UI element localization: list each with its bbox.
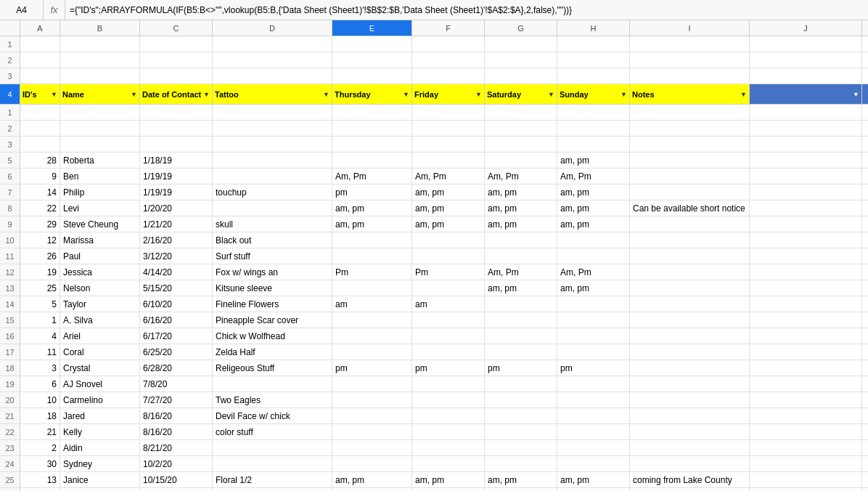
cell-A12[interactable]: 19	[20, 264, 60, 280]
cell-K12[interactable]	[862, 264, 868, 280]
cell-A10[interactable]: 12	[20, 232, 60, 248]
col-header-c[interactable]: C	[140, 20, 213, 36]
cell-E18[interactable]: pm	[332, 360, 412, 376]
cell-d1[interactable]	[213, 36, 332, 52]
cell-F2[interactable]	[412, 121, 485, 136]
cell-G14[interactable]	[485, 296, 557, 312]
cell-A1[interactable]	[20, 105, 60, 120]
cell-D24[interactable]	[213, 456, 332, 471]
cell-B18[interactable]: Crystal	[60, 360, 140, 376]
cell-C16[interactable]: 6/17/20	[140, 328, 213, 344]
cell-I2[interactable]	[630, 121, 750, 136]
cell-f1[interactable]	[412, 36, 485, 52]
cell-A6[interactable]: 9	[20, 169, 60, 184]
cell-e2[interactable]	[332, 52, 412, 68]
cell-F23[interactable]	[412, 440, 485, 455]
cell-B5[interactable]: Roberta	[60, 153, 140, 168]
filter-btn-id[interactable]: ▼	[51, 91, 57, 98]
col-header-k[interactable]: K	[862, 20, 868, 36]
cell-J13[interactable]	[750, 280, 862, 296]
cell-h3[interactable]	[557, 68, 630, 84]
cell-F20[interactable]	[412, 392, 485, 407]
cell-B22[interactable]: Kelly	[60, 424, 140, 439]
cell-B11[interactable]: Paul	[60, 248, 140, 264]
cell-E5[interactable]	[332, 153, 412, 168]
cell-H24[interactable]	[557, 456, 630, 471]
cell-H3[interactable]	[557, 137, 630, 152]
cell-C2[interactable]	[140, 121, 213, 136]
cell-D3[interactable]	[213, 137, 332, 152]
cell-E7[interactable]: pm	[332, 184, 412, 200]
cell-B21[interactable]: Jared	[60, 408, 140, 423]
cell-G17[interactable]	[485, 344, 557, 360]
cell-E16[interactable]	[332, 328, 412, 344]
cell-C13[interactable]: 5/15/20	[140, 280, 213, 296]
cell-K6[interactable]	[862, 169, 868, 184]
cell-I3[interactable]	[630, 137, 750, 152]
cell-A3[interactable]	[20, 137, 60, 152]
cell-I5[interactable]	[630, 153, 750, 168]
cell-B25[interactable]: Janice	[60, 472, 140, 487]
cell-B19[interactable]: AJ Snovel	[60, 376, 140, 391]
cell-J24[interactable]	[750, 456, 862, 471]
cell-C20[interactable]: 7/27/20	[140, 392, 213, 407]
cell-J11[interactable]	[750, 248, 862, 264]
cell-F7[interactable]: am, pm	[412, 184, 485, 200]
header-cell-k[interactable]: ▼	[862, 84, 868, 104]
cell-B16[interactable]: Ariel	[60, 328, 140, 344]
cell-E9[interactable]: am, pm	[332, 216, 412, 232]
cell-B14[interactable]: Taylor	[60, 296, 140, 312]
cell-I20[interactable]	[630, 392, 750, 407]
cell-C18[interactable]: 6/28/20	[140, 360, 213, 376]
cell-J23[interactable]	[750, 440, 862, 455]
cell-C9[interactable]: 1/21/20	[140, 216, 213, 232]
cell-E13[interactable]	[332, 280, 412, 296]
cell-D19[interactable]	[213, 376, 332, 391]
col-header-a[interactable]: A	[20, 20, 60, 36]
cell-H20[interactable]	[557, 392, 630, 407]
header-cell-sunday[interactable]: Sunday ▼	[557, 84, 630, 104]
cell-k2[interactable]	[862, 52, 868, 68]
cell-F22[interactable]	[412, 424, 485, 439]
cell-J9[interactable]	[750, 216, 862, 232]
cell-D18[interactable]: Religeous Stuff	[213, 360, 332, 376]
cell-G15[interactable]	[485, 312, 557, 328]
cell-I16[interactable]	[630, 328, 750, 344]
header-cell-j[interactable]: ▼	[750, 84, 862, 104]
cell-E24[interactable]	[332, 456, 412, 471]
cell-F9[interactable]: am, pm	[412, 216, 485, 232]
cell-K19[interactable]	[862, 376, 868, 391]
cell-I23[interactable]	[630, 440, 750, 455]
cell-J21[interactable]	[750, 408, 862, 423]
cell-G13[interactable]: am, pm	[485, 280, 557, 296]
cell-d2[interactable]	[213, 52, 332, 68]
cell-I18[interactable]	[630, 360, 750, 376]
cell-H2[interactable]	[557, 121, 630, 136]
filter-btn-sunday[interactable]: ▼	[621, 91, 627, 98]
cell-g3[interactable]	[485, 68, 557, 84]
cell-I14[interactable]	[630, 296, 750, 312]
cell-D17[interactable]: Zelda Half	[213, 344, 332, 360]
cell-F24[interactable]	[412, 456, 485, 471]
cell-A19[interactable]: 6	[20, 376, 60, 391]
cell-I21[interactable]	[630, 408, 750, 423]
cell-A2[interactable]	[20, 121, 60, 136]
cell-A15[interactable]: 1	[20, 312, 60, 328]
cell-F16[interactable]	[412, 328, 485, 344]
cell-C21[interactable]: 8/16/20	[140, 408, 213, 423]
cell-I22[interactable]	[630, 424, 750, 439]
cell-I6[interactable]	[630, 169, 750, 184]
cell-F14[interactable]: am	[412, 296, 485, 312]
cell-I11[interactable]	[630, 248, 750, 264]
cell-C3[interactable]	[140, 137, 213, 152]
cell-A9[interactable]: 29	[20, 216, 60, 232]
cell-E17[interactable]	[332, 344, 412, 360]
cell-I1[interactable]	[630, 105, 750, 120]
cell-h1[interactable]	[557, 36, 630, 52]
cell-K22[interactable]	[862, 424, 868, 439]
cell-F1[interactable]	[412, 105, 485, 120]
cell-G24[interactable]	[485, 456, 557, 471]
cell-E26[interactable]	[332, 488, 412, 491]
cell-j2[interactable]	[750, 52, 862, 68]
header-cell-name[interactable]: Name ▼	[60, 84, 140, 104]
